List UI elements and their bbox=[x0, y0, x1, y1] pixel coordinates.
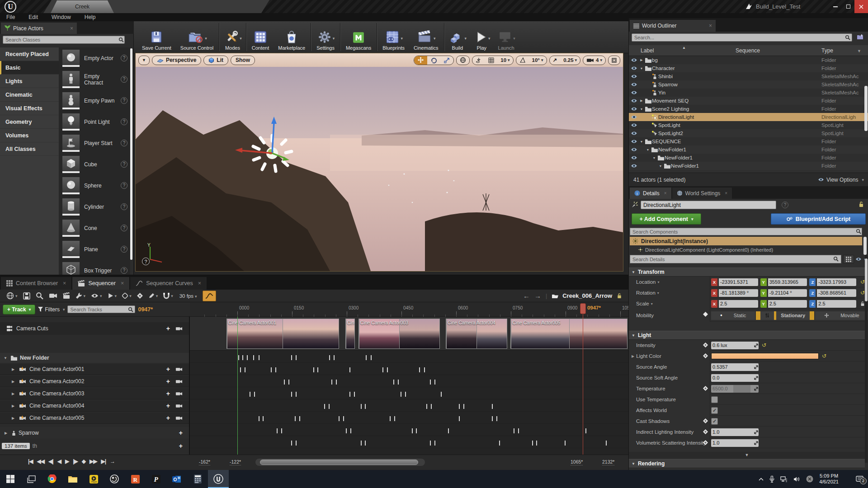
outliner-row-spotlight[interactable]: SpotLightSpotLight bbox=[629, 121, 868, 129]
tab-details[interactable]: i Details× bbox=[630, 188, 671, 199]
taskbar-app-outlook[interactable]: O bbox=[166, 470, 187, 488]
camera-cuts-track[interactable]: Camera Cuts + bbox=[0, 322, 190, 335]
eye-button[interactable]: ▾ bbox=[88, 291, 105, 301]
menu-window[interactable]: Window bbox=[51, 14, 72, 20]
help-icon[interactable]: ? bbox=[121, 140, 127, 146]
outliner-row-yin[interactable]: YinSkeletalMeshAc bbox=[629, 89, 868, 97]
viewport[interactable]: ▼ Perspective Lit Show 10▾ bbox=[136, 53, 623, 271]
minimize-button[interactable] bbox=[829, 0, 842, 13]
perspective-button[interactable]: Perspective bbox=[152, 56, 201, 65]
component-instance-row[interactable]: DirectionalLight(Instance) bbox=[630, 237, 862, 245]
category-all-classes[interactable]: All Classes bbox=[0, 142, 59, 156]
category-cinematic[interactable]: Cinematic bbox=[0, 88, 59, 102]
microphone-icon[interactable] bbox=[769, 476, 774, 483]
outliner-row-scene2-lighting[interactable]: ▼Scene2 LightingFolder bbox=[629, 105, 868, 113]
close-icon[interactable]: × bbox=[198, 280, 201, 286]
toolbar-megascans-button[interactable]: Megascans bbox=[341, 21, 376, 53]
visibility-eye-icon[interactable] bbox=[629, 131, 639, 136]
wrench-button[interactable]: ▾ bbox=[73, 291, 89, 301]
taskbar-app-taskview[interactable] bbox=[21, 470, 42, 488]
find-button[interactable] bbox=[33, 291, 46, 301]
add-keyframe-icon[interactable] bbox=[703, 418, 708, 423]
add-track-button[interactable]: + Track▾ bbox=[3, 305, 35, 314]
key-diamond-button[interactable]: ▾ bbox=[119, 291, 134, 301]
section-rendering[interactable]: ▼Rendering bbox=[629, 459, 865, 468]
expander-icon[interactable]: ▼ bbox=[639, 140, 644, 143]
playhead-marker[interactable] bbox=[580, 303, 586, 314]
visibility-eye-icon[interactable] bbox=[629, 155, 639, 160]
visibility-eye-icon[interactable] bbox=[629, 99, 639, 103]
column-sequence[interactable]: Sequence bbox=[736, 47, 760, 54]
expander-icon[interactable]: ▼ bbox=[651, 156, 657, 160]
expander-icon[interactable]: ▼ bbox=[639, 67, 644, 70]
close-icon[interactable]: × bbox=[121, 280, 124, 286]
help-icon[interactable]: ? bbox=[121, 203, 127, 210]
close-icon[interactable]: × bbox=[709, 23, 712, 29]
help-icon[interactable]: ? bbox=[121, 225, 127, 231]
drag-handle-icon[interactable] bbox=[754, 376, 758, 380]
place-item-empty-charact[interactable]: Empty Charact? bbox=[59, 69, 130, 90]
rotation-z-field[interactable]: -308.868561 bbox=[817, 289, 856, 297]
add-keyframe-icon[interactable] bbox=[703, 440, 708, 445]
place-item-cone[interactable]: Cone? bbox=[59, 217, 130, 239]
toolbar-blueprints-button[interactable]: ▾Blueprints bbox=[378, 21, 409, 53]
fps-selector[interactable]: 30 fps▾ bbox=[178, 293, 199, 299]
help-icon[interactable]: ? bbox=[121, 97, 127, 104]
expander-icon[interactable]: ▶ bbox=[12, 392, 16, 396]
volume-icon[interactable] bbox=[793, 476, 800, 482]
rotation-label[interactable]: Rotation▾ bbox=[629, 287, 710, 298]
menu-edit[interactable]: Edit bbox=[28, 14, 39, 20]
camera-cut-segment-4[interactable]: Cine Camera Actor004 bbox=[446, 319, 507, 349]
scrollbar-thumb[interactable] bbox=[260, 460, 418, 465]
drag-handle-icon[interactable] bbox=[754, 365, 758, 369]
save-button[interactable] bbox=[20, 291, 33, 301]
add-icon[interactable]: + bbox=[166, 378, 170, 385]
taskbar-app-obs[interactable] bbox=[104, 470, 125, 488]
actor-name-input[interactable] bbox=[641, 201, 776, 209]
rotation-x-field[interactable]: -81.181389 ° bbox=[719, 289, 758, 297]
category-visual-effects[interactable]: Visual Effects bbox=[0, 102, 59, 115]
expander-icon[interactable]: ▶ bbox=[639, 58, 644, 62]
visibility-eye-icon[interactable] bbox=[629, 58, 639, 62]
toolbar-play-button[interactable]: ▾Play bbox=[470, 21, 494, 53]
visibility-eye-icon[interactable] bbox=[629, 107, 639, 111]
tray-chevron-icon[interactable] bbox=[759, 478, 764, 481]
timeline-ruler[interactable]: 00000150030004500600075009001050 bbox=[190, 302, 628, 317]
rotation-y-field[interactable]: -9.21104 ° bbox=[768, 289, 807, 297]
scale-snap-value[interactable]: 0.25▾ bbox=[560, 56, 580, 65]
filters-button[interactable]: Filters▾ bbox=[38, 306, 65, 313]
range-start2-label[interactable]: -122* bbox=[230, 459, 241, 465]
section-transform[interactable]: ▼Transform bbox=[629, 267, 865, 277]
category-volumes[interactable]: Volumes bbox=[0, 129, 59, 142]
location-y-field[interactable]: 3559.313965 bbox=[768, 278, 807, 286]
maximize-button[interactable] bbox=[842, 0, 854, 13]
help-icon[interactable]: ? bbox=[121, 267, 127, 274]
location-z-field[interactable]: -3323.17993 bbox=[817, 278, 856, 286]
category-geometry[interactable]: Geometry bbox=[0, 115, 59, 129]
add-icon[interactable]: + bbox=[166, 325, 170, 332]
outliner-search-input[interactable] bbox=[632, 33, 852, 42]
sequencer-timeline[interactable]: 00000150030004500600075009001050 Cine Ca… bbox=[190, 302, 628, 455]
viewport-scene[interactable] bbox=[136, 67, 623, 271]
toolbar-marketplace-button[interactable]: Marketplace bbox=[274, 21, 310, 53]
scrollbar-thumb[interactable] bbox=[865, 258, 868, 301]
lock-icon[interactable] bbox=[617, 293, 622, 299]
value-field[interactable]: 0.0 bbox=[711, 374, 759, 382]
column-type[interactable]: Type bbox=[821, 47, 833, 54]
outliner-scrollbar[interactable] bbox=[864, 86, 868, 131]
camera-button[interactable] bbox=[46, 291, 60, 301]
magnet-button[interactable]: ▾ bbox=[160, 291, 176, 301]
taskbar-app-p-app[interactable]: P bbox=[146, 470, 166, 488]
grid-snap-value[interactable]: 10▾ bbox=[497, 56, 513, 65]
type-filter-icon[interactable]: ▼ bbox=[857, 49, 861, 53]
outliner-row-spotlight2[interactable]: SpotLight2SpotLight bbox=[629, 129, 868, 137]
tab-world-settings[interactable]: World Settings× bbox=[672, 188, 732, 199]
camera-icon[interactable] bbox=[175, 326, 183, 331]
keyframe-area[interactable] bbox=[190, 351, 628, 455]
transport-button[interactable]: ◆ bbox=[82, 458, 85, 465]
visibility-eye-icon[interactable] bbox=[629, 90, 639, 95]
visibility-eye-icon[interactable] bbox=[629, 139, 639, 144]
place-item-point-light[interactable]: Point Light? bbox=[59, 111, 130, 132]
add-keyframe-icon[interactable] bbox=[703, 312, 708, 317]
track-cine-camera-actor001[interactable]: ▶Cine Camera Actor001+ bbox=[0, 364, 190, 375]
